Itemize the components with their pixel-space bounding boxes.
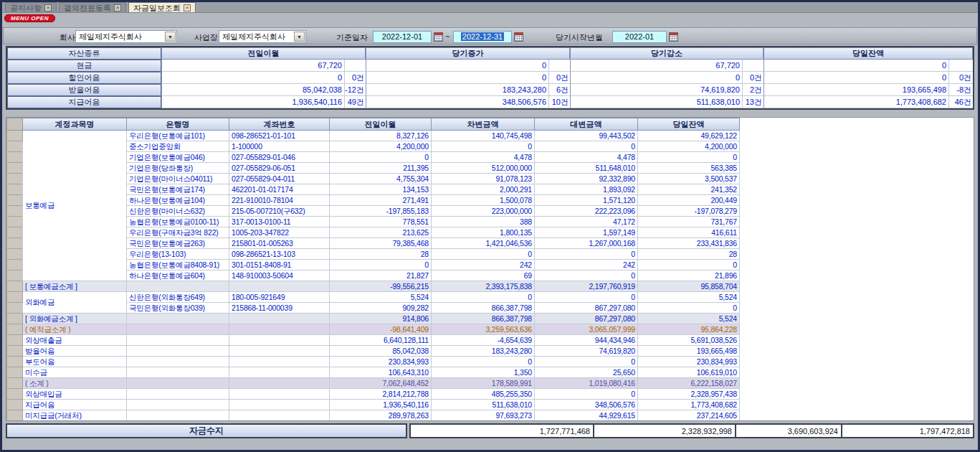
footer-totals-row: 자금수지 1,727,771,468 2,328,932,998 3,690,6…: [6, 423, 974, 438]
row-indicator[interactable]: [7, 314, 23, 324]
detail-header-row: 계정과목명 은행명 계좌번호 전일이월 차변금액 대변금액 당일잔액: [7, 118, 740, 131]
summary-amount: 1,936,540,116: [161, 96, 344, 108]
row-indicator[interactable]: [7, 303, 23, 314]
base-date-to-value: 2022-12-31: [461, 32, 504, 41]
cell-balance: 5,524: [638, 314, 740, 324]
row-indicator[interactable]: [7, 206, 23, 217]
summary-row-label[interactable]: 현금: [7, 60, 161, 72]
cell-credit: 1,267,000,168: [535, 238, 638, 249]
cell-accno: 215868-11-000039: [229, 303, 330, 314]
summary-row-label[interactable]: 할인어음: [7, 72, 161, 84]
base-date-from-input[interactable]: 2022-12-01: [373, 31, 432, 43]
cell-prev: 8,327,126: [330, 131, 432, 141]
row-indicator[interactable]: [7, 292, 23, 303]
account-label-cell: 부도어음: [23, 357, 127, 367]
row-indicator[interactable]: [7, 281, 23, 292]
calendar-icon[interactable]: [434, 32, 443, 42]
cell-prev: 2,814,212,788: [330, 389, 432, 400]
row-indicator[interactable]: [7, 227, 23, 238]
summary-row-label[interactable]: 지급어음: [7, 96, 161, 108]
row-indicator[interactable]: [7, 184, 23, 195]
cell-prev: 21,827: [330, 270, 432, 281]
cell-prev: 5,524: [330, 292, 432, 303]
row-indicator[interactable]: [7, 217, 23, 227]
row-indicator[interactable]: [7, 163, 23, 174]
summary-count: -8건: [948, 84, 973, 96]
tab-close-icon[interactable]: [184, 4, 191, 11]
company-select[interactable]: 제일제지주식회사: [75, 30, 177, 43]
cell-credit: 0: [535, 292, 638, 303]
tab-close-icon[interactable]: [114, 4, 121, 11]
row-indicator[interactable]: [7, 270, 23, 281]
row-indicator[interactable]: [7, 346, 23, 357]
row-indicator[interactable]: [7, 195, 23, 206]
row-indicator[interactable]: [7, 141, 23, 152]
account-label-cell: 받을어음: [23, 346, 127, 357]
cell-balance: 193,665,498: [638, 346, 740, 357]
menu-open-button[interactable]: MENU OPEN: [4, 14, 55, 22]
summary-count: [948, 60, 973, 72]
detail-header-credit[interactable]: 대변금액: [535, 118, 638, 131]
tab-close-icon[interactable]: [44, 4, 52, 11]
detail-row: 미수금106,643,3101,35025,650106,619,010: [7, 367, 740, 378]
cell-accno: [229, 400, 330, 410]
row-indicator[interactable]: [7, 335, 23, 346]
row-indicator[interactable]: [7, 410, 23, 421]
cell-bank: [127, 357, 229, 367]
row-indicator[interactable]: [7, 324, 23, 335]
cell-accno: [229, 324, 330, 335]
detail-row: 받을어음85,042,038183,243,28074,619,820193,6…: [7, 346, 740, 357]
cell-accno: 462201-01-017174: [229, 184, 330, 195]
cell-debit: 97,693,273: [432, 410, 535, 421]
cell-prev: 211,395: [330, 163, 432, 174]
cell-debit: 140,745,498: [432, 131, 535, 141]
cell-balance: 731,767: [638, 217, 740, 227]
base-date-label: 기준일자: [336, 32, 368, 43]
cell-balance: 106,619,010: [638, 367, 740, 378]
detail-header-daily-balance[interactable]: 당일잔액: [638, 118, 740, 131]
detail-header-account[interactable]: 계정과목명: [23, 118, 127, 131]
calendar-icon[interactable]: [514, 32, 523, 42]
detail-header-bank[interactable]: 은행명: [127, 118, 229, 131]
row-indicator[interactable]: [7, 249, 23, 260]
row-indicator[interactable]: [7, 238, 23, 249]
site-select[interactable]: 제일제지주식회사: [219, 30, 306, 43]
detail-header-account-no[interactable]: 계좌번호: [229, 118, 330, 131]
row-indicator[interactable]: [7, 357, 23, 367]
summary-count: 49건: [344, 96, 366, 108]
detail-header-prev-carryover[interactable]: 전일이월: [330, 118, 432, 131]
row-indicator[interactable]: [7, 378, 23, 389]
chevron-down-icon[interactable]: [294, 32, 305, 42]
row-indicator[interactable]: [7, 152, 23, 163]
cell-bank: 기업은행(마이너스04011): [127, 174, 229, 184]
cell-balance: 5,691,038,526: [638, 335, 740, 346]
base-date-to-input[interactable]: 2022-12-31: [453, 31, 512, 43]
calendar-icon[interactable]: [669, 32, 678, 42]
tab-daily-fund-report-label: 자금일보조회: [133, 4, 181, 12]
summary-count: 6건: [548, 84, 570, 96]
tab-voucher-entry[interactable]: 결의전표등록: [59, 2, 126, 12]
chevron-down-icon[interactable]: [165, 32, 176, 42]
cell-debit: 866,387,798: [432, 303, 535, 314]
period-start-input[interactable]: 2022-01: [612, 31, 667, 43]
summary-count: 13건: [742, 96, 763, 108]
tab-daily-fund-report[interactable]: 자금일보조회: [128, 2, 196, 12]
cell-accno: 215-05-007210(구632): [229, 206, 330, 217]
summary-amount: 193,665,498: [763, 84, 948, 96]
detail-header-debit[interactable]: 차변금액: [432, 118, 535, 131]
detail-row: [ 외화예금소계 ]914,806866,387,798867,297,0805…: [7, 314, 740, 324]
cell-debit: 2,000,291: [432, 184, 535, 195]
cell-accno: 027-055829-04-011: [229, 174, 330, 184]
summary-amount: 511,638,010: [570, 96, 742, 108]
summary-count: -12건: [344, 84, 366, 96]
row-indicator[interactable]: [7, 131, 23, 141]
row-indicator[interactable]: [7, 174, 23, 184]
summary-row-label[interactable]: 받을어음: [7, 84, 161, 96]
cell-debit: 485,255,350: [432, 389, 535, 400]
row-indicator[interactable]: [7, 389, 23, 400]
row-indicator[interactable]: [7, 400, 23, 410]
summary-amount: 67,720: [161, 60, 344, 72]
row-indicator[interactable]: [7, 260, 23, 270]
tab-notice[interactable]: 공지사항: [5, 2, 57, 12]
row-indicator[interactable]: [7, 367, 23, 378]
